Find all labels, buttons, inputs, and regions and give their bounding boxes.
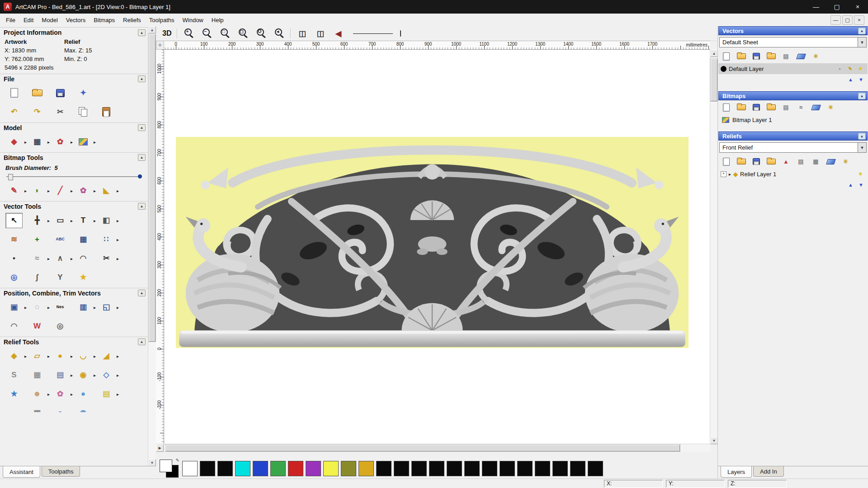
new-model[interactable] <box>5 85 23 101</box>
block-paste-flyout[interactable]: ▸ <box>117 237 119 242</box>
block-copy-rotate-flyout[interactable]: ▸ <box>24 305 27 310</box>
palette-swatch-17[interactable] <box>482 461 497 476</box>
open-vector-layer[interactable] <box>735 50 748 62</box>
canvas-viewport[interactable] <box>164 50 710 444</box>
paint-brush-flyout[interactable]: ▸ <box>24 188 27 193</box>
scroll-track[interactable] <box>164 444 710 452</box>
draw-pixel-flyout[interactable]: ▸ <box>71 188 73 193</box>
palette-swatch-4[interactable] <box>253 461 268 476</box>
relief-from-clipart[interactable]: ▤▸ <box>52 367 69 383</box>
palette-swatch-22[interactable] <box>570 461 585 476</box>
create-dot[interactable]: • <box>5 251 23 266</box>
tab-assistant[interactable]: Assistant <box>3 466 40 478</box>
model-collapse-button[interactable]: ▲ <box>138 124 146 131</box>
palette-swatch-6[interactable] <box>288 461 303 476</box>
group-vectors[interactable]: ◱▸ <box>98 300 115 315</box>
maximize-button[interactable]: ▢ <box>826 0 847 14</box>
calculate-relief[interactable]: ▲ <box>779 155 793 168</box>
smooth-relief[interactable]: ▱▸ <box>28 348 46 364</box>
palette-swatch-20[interactable] <box>535 461 550 476</box>
create-rectangle-flyout[interactable]: ▸ <box>71 218 73 223</box>
brush-diameter-slider[interactable] <box>6 173 142 180</box>
tab-toolpaths[interactable]: Toolpaths <box>42 466 80 477</box>
ruler-origin-button[interactable]: ✛ <box>156 41 164 50</box>
assistant-scrollbar[interactable]: ▲ ▼ <box>148 26 156 466</box>
vector-layer-row[interactable]: Default Layer ▫✎☀ <box>718 63 868 74</box>
previous-view[interactable]: ◀ <box>330 26 347 41</box>
model-notes-flyout[interactable]: ▸ <box>94 139 96 144</box>
tab-add-in[interactable]: Add In <box>753 466 784 477</box>
mdi-close-button[interactable]: × <box>854 15 864 25</box>
bitmap-tools-collapse-button[interactable]: ▲ <box>138 154 146 161</box>
add-relief-clipart-flyout[interactable]: ▸ <box>71 139 73 144</box>
palette-swatch-5[interactable] <box>270 461 286 476</box>
shape-editor[interactable]: ◆▸ <box>5 348 23 364</box>
select-vectors[interactable]: ↖ <box>5 213 23 228</box>
mirror-vectors-flyout[interactable]: ▸ <box>117 218 119 223</box>
flood-fill[interactable]: ◣▸ <box>98 183 115 198</box>
palette-swatch-18[interactable] <box>500 461 515 476</box>
snap-view-left[interactable]: ◫ <box>293 26 311 41</box>
mirror-vectors[interactable]: ◧▸ <box>98 213 115 228</box>
new-bitmap-layer[interactable] <box>720 101 733 113</box>
texture-flow-flyout[interactable]: ▸ <box>71 391 73 396</box>
palette-edit-icon[interactable]: ✎ <box>176 458 179 463</box>
scroll-up-arrow[interactable]: ▲ <box>148 26 156 33</box>
panel-expand-button[interactable]: ▶ <box>156 444 164 452</box>
create-text-flyout[interactable]: ▸ <box>94 218 96 223</box>
chevron-down-icon[interactable]: ▼ <box>858 38 866 47</box>
merge-vector-layers[interactable]: ▤ <box>779 50 793 62</box>
two-rail-sweep[interactable]: ◡▸ <box>75 348 92 364</box>
bitmap-layer-row[interactable]: Bitmap Layer 1 <box>718 114 868 125</box>
palette-swatch-15[interactable] <box>447 461 462 476</box>
primary-colour-swatch[interactable] <box>160 460 172 472</box>
palette-swatch-2[interactable] <box>217 461 233 476</box>
save-vector-layer[interactable] <box>750 50 763 62</box>
block-paste[interactable]: ∷▸ <box>98 232 115 247</box>
mdi-restore-button[interactable]: ▢ <box>842 15 853 25</box>
palette-swatch-12[interactable] <box>394 461 409 476</box>
sphere-relief[interactable]: ● <box>52 405 69 412</box>
open-bitmap-layer[interactable] <box>735 101 748 113</box>
wrap-vectors[interactable]: ◎ <box>5 270 23 285</box>
transform-vectors-flyout[interactable]: ▸ <box>47 218 50 223</box>
copy[interactable] <box>75 104 92 120</box>
scroll-down-arrow[interactable]: ▼ <box>148 459 156 466</box>
mesh-creator[interactable]: ▦ <box>28 405 46 412</box>
set-model-size[interactable]: ◆▸ <box>5 134 23 150</box>
model-notes[interactable]: ▸ <box>75 134 92 150</box>
snap-view-right[interactable]: ◫ <box>311 26 329 41</box>
relief-layer-row[interactable]: + ▸ ◆ Relief Layer 1 ☀ <box>718 169 868 179</box>
scroll-track[interactable] <box>148 33 156 459</box>
palette-swatch-9[interactable] <box>341 461 356 476</box>
create-arc[interactable]: ◠ <box>75 251 92 266</box>
relief-grid[interactable]: ▦ <box>809 155 822 168</box>
canvas-horizontal-scrollbar[interactable]: ▶ <box>156 444 710 452</box>
scroll-thumb[interactable] <box>711 59 717 101</box>
colour-palette[interactable]: ✿▸ <box>75 183 92 198</box>
palette-swatch-19[interactable] <box>517 461 533 476</box>
adjust-model-lighting[interactable]: ▦▸ <box>28 134 46 150</box>
vector-tools-collapse-button[interactable]: ▲ <box>138 203 146 210</box>
create-star[interactable]: ★ <box>75 270 92 285</box>
tab-layers[interactable]: Layers <box>721 466 752 478</box>
weave-wizard[interactable]: ▦ <box>28 367 46 383</box>
offset-relief[interactable]: ▬ <box>5 405 23 412</box>
create-rectangle[interactable]: ▭▸ <box>52 213 69 228</box>
cut-trim-vectors[interactable]: ✂▸ <box>98 251 115 266</box>
nesting[interactable]: Nes <box>52 300 69 315</box>
add-texture[interactable]: ●▸ <box>52 348 69 364</box>
slider-thumb[interactable] <box>8 174 13 180</box>
bitmap-layer-options[interactable]: ✳ <box>824 101 837 113</box>
palette-swatch-10[interactable] <box>359 461 374 476</box>
align-vectors-flyout[interactable]: ▸ <box>94 305 96 310</box>
zoom-previous[interactable]: ◂ <box>270 26 288 41</box>
fit-curve[interactable]: ∫ <box>28 270 46 285</box>
canvas-vertical-scrollbar[interactable]: ▲ ▼ <box>710 50 718 444</box>
zoom-window[interactable]: □ <box>216 26 233 41</box>
palette-swatch-23[interactable] <box>588 461 603 476</box>
delete-bitmap-layer[interactable] <box>809 101 822 113</box>
menu-help[interactable]: Help <box>208 15 228 25</box>
paste-along-curve[interactable]: + <box>28 232 46 247</box>
save-bitmap-layer[interactable] <box>750 101 763 113</box>
